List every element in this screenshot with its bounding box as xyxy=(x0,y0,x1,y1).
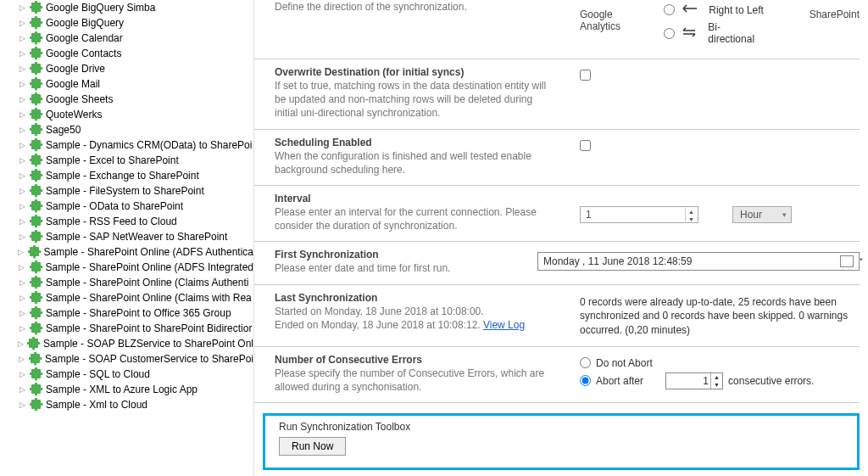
errors-count-spinner[interactable]: 1 ▲▼ xyxy=(665,372,723,389)
sidebar-item[interactable]: ▷Sample - OData to SharePoint xyxy=(0,199,253,214)
interval-spinner[interactable]: 1 ▲▼ xyxy=(580,206,698,223)
expand-icon[interactable]: ▷ xyxy=(17,110,27,119)
direction-rtl-label: Right to Left xyxy=(709,4,764,16)
expand-icon[interactable]: ▷ xyxy=(17,202,27,210)
radio-rtl[interactable] xyxy=(664,4,675,15)
sidebar-item[interactable]: ▷Sample - SAP NetWeaver to SharePoint xyxy=(0,229,253,244)
expand-icon[interactable]: ▷ xyxy=(17,370,27,378)
calendar-icon[interactable] xyxy=(840,255,854,267)
expand-icon[interactable]: ▷ xyxy=(17,80,27,88)
run-now-button[interactable]: Run Now xyxy=(279,437,346,456)
sidebar-item[interactable]: ▷Google BigQuery xyxy=(0,15,253,31)
run-sync-toolbox: Run Synchronization Toolbox Run Now xyxy=(263,413,860,470)
sidebar-item-label: Sample - Dynamics CRM(OData) to SharePoi xyxy=(46,139,252,151)
expand-icon[interactable]: ▷ xyxy=(17,217,27,226)
expand-icon[interactable]: ▷ xyxy=(17,156,27,165)
expand-icon[interactable]: ▷ xyxy=(17,385,27,394)
view-log-link[interactable]: View Log xyxy=(483,319,525,331)
sidebar-item[interactable]: ▷Sample - Dynamics CRM(OData) to SharePo… xyxy=(0,137,253,153)
expand-icon[interactable]: ▷ xyxy=(17,355,26,363)
puzzle-icon xyxy=(30,184,43,198)
interval-value: 1 xyxy=(581,209,657,221)
sidebar-item-label: Sample - Exchange to SharePoint xyxy=(46,170,199,182)
expand-icon[interactable]: ▷ xyxy=(17,64,27,73)
errors-desc: Please specify the number of Consecutive… xyxy=(275,367,554,394)
sidebar-item[interactable]: ▷Google Sheets xyxy=(0,92,253,107)
sidebar-item[interactable]: ▷Sample - SharePoint to SharePoint Bidir… xyxy=(0,321,253,336)
direction-bidi-label: Bi-directional xyxy=(708,21,765,45)
expand-icon[interactable]: ▷ xyxy=(17,309,27,317)
sidebar-item-label: Sample - FileSystem to SharePoint xyxy=(46,185,204,197)
radio-abort-after[interactable] xyxy=(580,375,591,386)
lastsync-ended: Ended on Monday, 18 June 2018 at 10:08:1… xyxy=(275,319,483,331)
puzzle-icon xyxy=(30,215,43,228)
sidebar-item[interactable]: ▷Google Contacts xyxy=(0,46,253,61)
scheduling-desc: When the configuration is finished and w… xyxy=(275,149,554,176)
expand-icon[interactable]: ▷ xyxy=(17,34,27,42)
sidebar-item[interactable]: ▷Sample - SharePoint Online (Claims Auth… xyxy=(0,275,253,290)
puzzle-icon xyxy=(30,92,43,106)
sidebar-item-label: Sample - SharePoint to SharePoint Bidire… xyxy=(46,322,252,334)
sidebar-item[interactable]: ▷Google Calendar xyxy=(0,31,253,46)
expand-icon[interactable]: ▷ xyxy=(17,400,27,409)
sidebar-item[interactable]: ▷QuoteWerks xyxy=(0,107,253,122)
sidebar-item-label: Sample - OData to SharePoint xyxy=(46,200,183,212)
expand-icon[interactable]: ▷ xyxy=(17,126,27,134)
sidebar-item[interactable]: ▷Sample - SharePoint Online (ADFS Integr… xyxy=(0,260,253,275)
overwrite-title: Overwrite Destination (for initial syncs… xyxy=(275,66,554,78)
expand-icon[interactable]: ▷ xyxy=(17,232,27,241)
expand-icon[interactable]: ▷ xyxy=(17,49,27,58)
radio-do-not-abort[interactable] xyxy=(580,357,591,368)
direction-bidi-row[interactable]: Bi-directional xyxy=(664,21,765,45)
direction-source: Google Analytics xyxy=(580,3,654,32)
sidebar-item[interactable]: ▷Sample - SharePoint Online (ADFS Authen… xyxy=(0,244,253,260)
lastsync-status: 0 records were already up-to-date, 25 re… xyxy=(580,295,860,338)
firstsync-datetime[interactable]: Monday , 11 June 2018 12:48:59 xyxy=(537,252,860,271)
expand-icon[interactable]: ▷ xyxy=(17,95,27,104)
puzzle-icon xyxy=(30,398,43,412)
sidebar-item[interactable]: ▷Sample - SOAP CustomerService to ShareP… xyxy=(0,351,253,367)
direction-rtl-row[interactable]: Right to Left xyxy=(664,3,765,16)
firstsync-title: First Synchronization xyxy=(275,249,512,260)
direction-target: SharePoint xyxy=(810,3,860,20)
sidebar-item[interactable]: ▷Google BigQuery Simba xyxy=(0,0,253,15)
interval-unit-dropdown[interactable]: Hour xyxy=(732,206,792,223)
puzzle-icon xyxy=(30,291,43,305)
expand-icon[interactable]: ▷ xyxy=(17,141,27,149)
overwrite-checkbox[interactable] xyxy=(580,70,591,81)
sidebar-item-label: Sample - XML to Azure Logic App xyxy=(46,384,198,395)
expand-icon[interactable]: ▷ xyxy=(17,294,27,302)
sidebar-item[interactable]: ▷Sample - SharePoint to Office 365 Group xyxy=(0,305,253,321)
scheduling-checkbox[interactable] xyxy=(580,140,591,151)
sidebar-item[interactable]: ▷Google Drive xyxy=(0,61,253,76)
expand-icon[interactable]: ▷ xyxy=(17,263,27,272)
expand-icon[interactable]: ▷ xyxy=(17,339,25,348)
lastsync-title: Last Synchronization xyxy=(275,292,554,304)
expand-icon[interactable]: ▷ xyxy=(17,187,27,195)
expand-icon[interactable]: ▷ xyxy=(17,19,27,27)
expand-icon[interactable]: ▷ xyxy=(17,171,27,180)
expand-icon[interactable]: ▷ xyxy=(17,248,25,256)
expand-icon[interactable]: ▷ xyxy=(17,278,27,287)
puzzle-icon xyxy=(30,16,43,30)
sidebar-item[interactable]: ▷Sample - SQL to Cloud xyxy=(0,367,253,382)
sidebar-item-label: Google Sheets xyxy=(46,93,113,105)
sidebar-item[interactable]: ▷Sample - SOAP BLZService to SharePoint … xyxy=(0,336,253,351)
sidebar-item[interactable]: ▷Google Mail xyxy=(0,76,253,92)
spinner-arrows-icon[interactable]: ▲▼ xyxy=(685,208,697,223)
arrows-bidi-icon xyxy=(680,27,703,40)
radio-bidi[interactable] xyxy=(664,28,675,39)
expand-icon[interactable]: ▷ xyxy=(17,324,27,333)
sidebar-item[interactable]: ▷Sample - XML to Azure Logic App xyxy=(0,382,253,397)
sidebar-item[interactable]: ▷Sage50 xyxy=(0,122,253,137)
sidebar-item[interactable]: ▷Sample - FileSystem to SharePoint xyxy=(0,183,253,199)
firstsync-desc: Please enter date and time for first run… xyxy=(275,261,512,275)
puzzle-icon xyxy=(30,383,43,396)
sidebar-item[interactable]: ▷Sample - Xml to Cloud xyxy=(0,397,253,412)
sidebar-item[interactable]: ▷Sample - Excel to SharePoint xyxy=(0,153,253,168)
sidebar-item[interactable]: ▷Sample - SharePoint Online (Claims with… xyxy=(0,290,253,305)
sidebar-item[interactable]: ▷Sample - Exchange to SharePoint xyxy=(0,168,253,183)
spinner-arrows-icon[interactable]: ▲▼ xyxy=(710,373,722,389)
sidebar-item[interactable]: ▷Sample - RSS Feed to Cloud xyxy=(0,214,253,229)
expand-icon[interactable]: ▷ xyxy=(17,3,27,12)
